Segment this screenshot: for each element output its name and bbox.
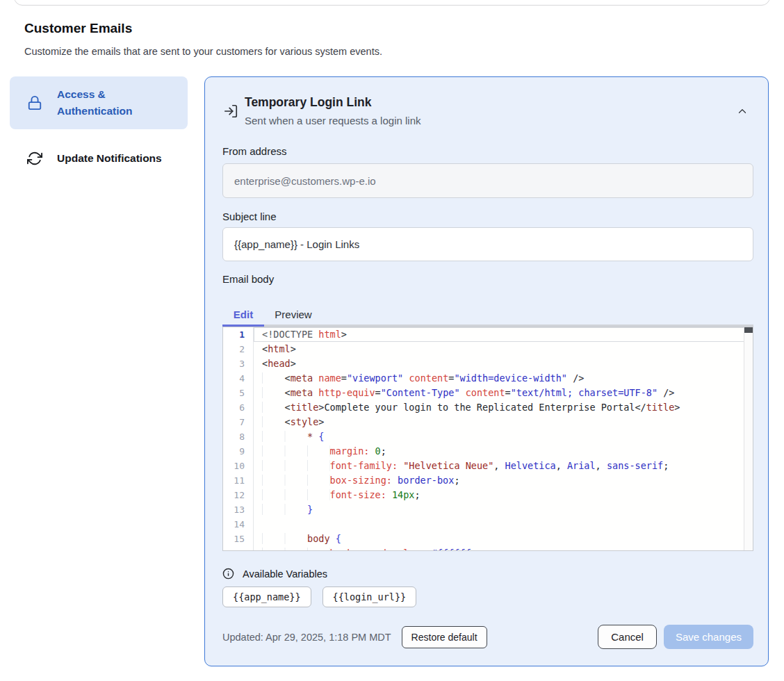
code-line[interactable]: 7 <style> bbox=[223, 415, 753, 429]
code-line[interactable]: 14 bbox=[223, 517, 753, 532]
code-line[interactable]: 6 <title>Complete your login to the Repl… bbox=[223, 400, 753, 415]
updated-timestamp: Updated: Apr 29, 2025, 1:18 PM MDT bbox=[222, 632, 391, 643]
page-subtitle: Customize the emails that are sent to yo… bbox=[24, 46, 382, 57]
cancel-button[interactable]: Cancel bbox=[598, 625, 657, 649]
email-body-tabs: Edit Preview bbox=[222, 298, 322, 325]
code-line[interactable]: 12 font-size: 14px; bbox=[223, 488, 753, 502]
panel-footer: Updated: Apr 29, 2025, 1:18 PM MDT Resto… bbox=[222, 625, 753, 649]
subject-line-label: Subject line bbox=[222, 211, 277, 222]
code-line[interactable]: 3<head> bbox=[223, 356, 753, 371]
sync-icon bbox=[26, 151, 43, 166]
email-template-panel: Temporary Login Link Sent when a user re… bbox=[204, 76, 769, 666]
save-changes-button[interactable]: Save changes bbox=[664, 625, 753, 649]
footer-actions: Cancel Save changes bbox=[598, 625, 753, 649]
collapse-button[interactable] bbox=[733, 102, 751, 120]
info-icon bbox=[222, 568, 234, 580]
code-line[interactable]: 11 box-sizing: border-box; bbox=[223, 473, 753, 488]
code-line[interactable]: 13 } bbox=[223, 502, 753, 517]
sidebar: Access & Authentication Update Notificat… bbox=[10, 76, 188, 188]
code-line[interactable]: 4 <meta name="viewport" content="width=d… bbox=[223, 371, 753, 386]
page-title: Customer Emails bbox=[24, 21, 132, 36]
log-in-icon bbox=[223, 104, 238, 119]
code-rows: 1<!DOCTYPE html>2<html>3<head>4 <meta na… bbox=[223, 327, 753, 551]
code-line[interactable]: 2<html> bbox=[223, 342, 753, 356]
variable-chip-app-name[interactable]: {{app_name}} bbox=[222, 586, 311, 607]
code-editor[interactable]: 1<!DOCTYPE html>2<html>3<head>4 <meta na… bbox=[222, 327, 753, 551]
sidebar-item-label: Update Notifications bbox=[57, 150, 162, 167]
from-address-label: From address bbox=[222, 145, 287, 157]
code-line[interactable]: 15 body { bbox=[223, 532, 753, 546]
editor-scrollbar-thumb[interactable] bbox=[744, 327, 753, 333]
restore-default-button[interactable]: Restore default bbox=[402, 626, 487, 648]
available-variables-row: Available Variables bbox=[222, 568, 327, 580]
chevron-up-icon bbox=[736, 105, 749, 117]
lock-icon bbox=[26, 95, 43, 110]
code-line[interactable]: 5 <meta http-equiv="Content-Type" conten… bbox=[223, 386, 753, 400]
top-card-edge bbox=[14, 0, 770, 6]
code-line[interactable]: 10 font-family: "Helvetica Neue", Helvet… bbox=[223, 459, 753, 473]
code-line[interactable]: 16 background-color: #ffffff; bbox=[223, 546, 753, 551]
panel-title: Temporary Login Link bbox=[245, 95, 371, 110]
tab-preview[interactable]: Preview bbox=[264, 298, 322, 325]
code-line[interactable]: 9 margin: 0; bbox=[223, 444, 753, 459]
variable-chip-login-url[interactable]: {{login_url}} bbox=[322, 586, 417, 607]
editor-scrollbar[interactable] bbox=[744, 327, 753, 550]
sidebar-item-label: Access & Authentication bbox=[57, 86, 163, 120]
code-line[interactable]: 1<!DOCTYPE html> bbox=[223, 327, 753, 342]
code-line[interactable]: 8 * { bbox=[223, 429, 753, 444]
variable-chips: {{app_name}} {{login_url}} bbox=[222, 586, 416, 607]
sidebar-item-update-notifications[interactable]: Update Notifications bbox=[10, 140, 188, 177]
page: Customer Emails Customize the emails tha… bbox=[0, 0, 784, 681]
from-address-input[interactable] bbox=[222, 163, 753, 198]
subject-line-input[interactable] bbox=[222, 227, 753, 261]
email-body-label: Email body bbox=[222, 273, 274, 285]
tab-edit[interactable]: Edit bbox=[222, 298, 264, 325]
available-variables-label: Available Variables bbox=[243, 568, 327, 580]
sidebar-item-access-authentication[interactable]: Access & Authentication bbox=[10, 76, 188, 129]
panel-subtitle: Sent when a user requests a login link bbox=[245, 115, 420, 126]
